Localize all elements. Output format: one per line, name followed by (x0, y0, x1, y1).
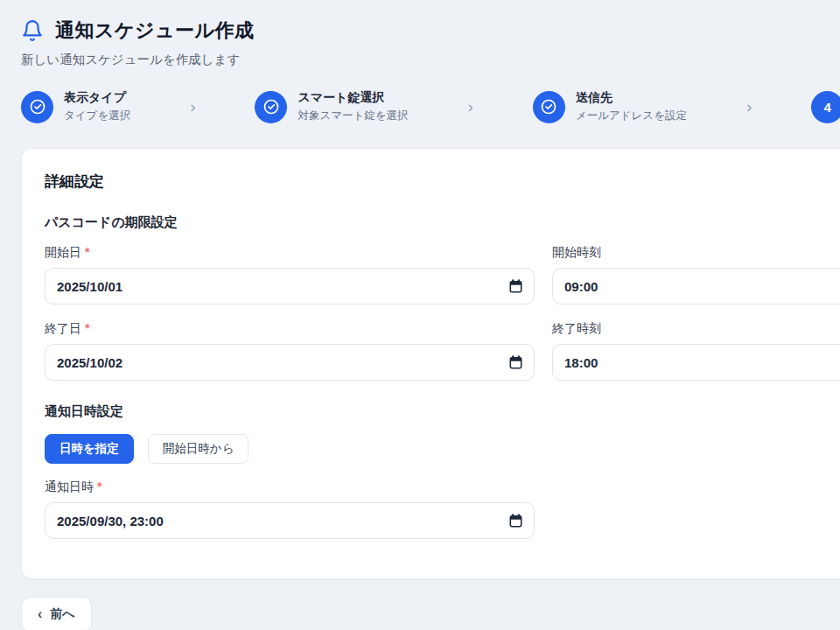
check-circle-icon (255, 91, 287, 123)
end-time-field: 終了時刻 18:00 (552, 321, 840, 381)
notify-mode-toggle-group: 日時を指定 開始日時から (45, 434, 840, 464)
notify-datetime-value: 2025/09/30, 23:00 (57, 514, 164, 528)
required-marker: * (85, 245, 89, 259)
page-title: 通知スケジュール作成 (55, 18, 255, 44)
start-date-value: 2025/10/01 (57, 279, 122, 294)
step-sublabel: メールアドレスを設定 (576, 108, 687, 123)
required-marker: * (85, 321, 89, 335)
notify-datetime-input[interactable]: 2025/09/30, 23:00 (45, 502, 535, 539)
chevron-left-icon: ‹ (38, 607, 42, 621)
chevron-right-icon: › (409, 98, 533, 116)
start-date-label: 開始日* (45, 245, 535, 261)
notify-datetime-label: 通知日時* (45, 480, 535, 495)
chevron-right-icon: › (130, 98, 255, 116)
start-date-input[interactable]: 2025/10/01 (45, 268, 535, 304)
calendar-icon[interactable] (509, 514, 522, 528)
page-subtitle: 新しい通知スケジュールを作成します (21, 52, 819, 68)
previous-button[interactable]: ‹ 前へ (21, 597, 92, 630)
step-lock-select[interactable]: スマート錠選択 対象スマート錠を選択 (255, 90, 408, 123)
notify-datetime-field: 通知日時* 2025/09/30, 23:00 (45, 480, 535, 539)
step-label: スマート錠選択 (298, 90, 408, 106)
end-date-field: 終了日* 2025/10/02 (45, 321, 535, 381)
start-time-label: 開始時刻 (552, 245, 840, 261)
end-time-input[interactable]: 18:00 (552, 344, 840, 381)
end-time-label: 終了時刻 (552, 321, 840, 337)
notify-mode-from-start-button[interactable]: 開始日時から (148, 434, 249, 464)
step-label: 送信先 (576, 90, 687, 106)
calendar-icon[interactable] (509, 355, 522, 369)
start-date-field: 開始日* 2025/10/01 (45, 245, 535, 304)
step-display-type[interactable]: 表示タイプ タイプを選択 (21, 90, 130, 123)
previous-button-label: 前へ (50, 606, 74, 622)
calendar-icon[interactable] (509, 279, 522, 293)
end-date-label: 終了日* (45, 321, 535, 337)
wizard-stepper: 表示タイプ タイプを選択 › スマート錠選択 対象スマート錠を選択 › 送信先 … (21, 90, 840, 123)
passcode-section-title: パスコードの期限設定 (45, 214, 840, 231)
step-sublabel: 対象スマート錠を選択 (298, 108, 408, 123)
notify-mode-specify-button[interactable]: 日時を指定 (45, 434, 134, 464)
chevron-right-icon: › (687, 98, 811, 116)
check-circle-icon (21, 91, 53, 123)
page-header: 通知スケジュール作成 新しい通知スケジュールを作成します (0, 0, 840, 68)
step-number-badge: 4 (811, 91, 840, 123)
bell-icon (21, 19, 44, 42)
required-marker: * (97, 480, 102, 494)
end-date-value: 2025/10/02 (57, 355, 122, 370)
notify-section-title: 通知日時設定 (45, 403, 840, 420)
step-sublabel: タイプを選択 (64, 108, 130, 123)
detail-settings-card: 詳細設定 パスコードの期限設定 開始日* 2025/10/01 (21, 148, 840, 579)
step-recipient[interactable]: 送信先 メールアドレスを設定 (533, 90, 687, 123)
step-detail-settings[interactable]: 4 詳細設定 期間と通知設定 (811, 90, 840, 123)
end-date-input[interactable]: 2025/10/02 (45, 344, 535, 381)
check-circle-icon (533, 91, 565, 123)
start-time-field: 開始時刻 09:00 (552, 245, 840, 304)
end-time-value: 18:00 (564, 355, 598, 370)
step-label: 表示タイプ (64, 90, 130, 106)
card-title: 詳細設定 (45, 172, 840, 192)
start-time-input[interactable]: 09:00 (552, 268, 840, 304)
start-time-value: 09:00 (564, 279, 598, 294)
